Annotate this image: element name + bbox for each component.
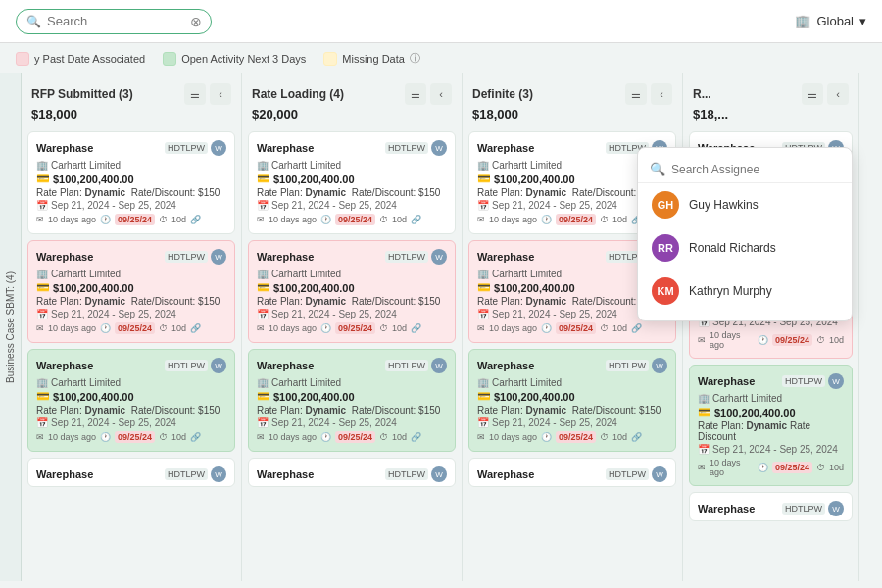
clear-search-button[interactable]: ⊗ — [190, 14, 202, 29]
card-company: Warephase — [36, 360, 93, 371]
card-rate: Rate Plan: Dynamic Rate/Discount: $150 — [36, 296, 226, 307]
card-company: Warephase — [36, 142, 93, 154]
collapse-button-rfp[interactable]: ‹ — [210, 83, 231, 105]
card-amount: 💳 $100,200,400.00 — [36, 172, 226, 185]
collapse-button-rate[interactable]: ‹ — [430, 83, 452, 105]
legend-open-activity-label: Open Activity Next 3 Days — [181, 53, 306, 65]
avatar: W — [211, 140, 226, 156]
column-header-rfp: RFP Submitted (3) ⚌ ‹ $18,000 — [22, 74, 241, 127]
search-icon: 🔍 — [26, 15, 41, 28]
card[interactable]: WarephaseHDTLPWW 🏢Carhartt Limited 💳$100… — [468, 349, 676, 452]
amount-icon: 💳 — [36, 172, 50, 185]
card-footer: ✉10 days ago🕐09/25/24⏱10d🔗 — [36, 322, 226, 334]
link-icon[interactable]: 🔗 — [190, 215, 201, 224]
card[interactable]: Warephase HDTLPWW — [27, 458, 235, 487]
card-footer: ✉10 days ago🕐09/25/24⏱10d🔗 — [36, 431, 226, 443]
assignee-dropdown[interactable]: 🔍 GH Guy Hawkins RR Ronald Richards KM K… — [637, 147, 853, 321]
header: 🔍 ⊗ 🏢 Global ▾ — [0, 0, 882, 43]
info-icon[interactable]: ⓘ — [410, 51, 420, 66]
card[interactable]: WarephaseHDTLPWW — [689, 492, 853, 521]
card-client: 🏢Carhartt Limited — [36, 377, 226, 388]
avatar-kathryn-murphy: KM — [652, 277, 679, 305]
assignee-name-ronald-richards: Ronald Richards — [689, 241, 776, 255]
card[interactable]: Warephase HDTLPW W 🏢Carhartt Limited 💳$1… — [27, 240, 235, 343]
column-amount-definite: $18,000 — [472, 107, 672, 122]
card-amount: 💳$100,200,400.00 — [36, 281, 226, 294]
legend-past-date-label: y Past Date Associated — [34, 53, 145, 65]
column-rfp-submitted: RFP Submitted (3) ⚌ ‹ $18,000 Warephase … — [22, 74, 242, 581]
link-icon[interactable]: 🔗 — [190, 432, 201, 442]
clock-icon: 🕐 — [100, 215, 111, 224]
dropdown-item-ronald-richards[interactable]: RR Ronald Richards — [638, 226, 852, 270]
card-rate: Rate Plan: Dynamic Rate/Discount: $150 — [36, 187, 226, 198]
column-header-rate: Rate Loading (4) ⚌ ‹ $20,000 — [242, 74, 462, 127]
card-tag: HDTLPW — [165, 360, 208, 371]
filter-button-rate[interactable]: ⚌ — [405, 83, 426, 105]
avatar-ronald-richards: RR — [652, 234, 679, 262]
card[interactable]: WarephaseHDTLPWW — [468, 458, 676, 487]
column-amount-r: $18,... — [693, 107, 849, 122]
card-dates: 📅Sep 21, 2024 - Sep 25, 2024 — [36, 417, 226, 428]
global-label: Global — [816, 14, 854, 28]
card-amount: 💳$100,200,400.00 — [36, 390, 226, 403]
column-title-rate: Rate Loading (4) — [252, 87, 344, 101]
collapse-button-definite[interactable]: ‹ — [651, 83, 672, 105]
column-header-definite: Definite (3) ⚌ ‹ $18,000 — [463, 74, 682, 127]
card-tag: HDTLPW — [165, 142, 208, 154]
card-client: 🏢 Carhartt Limited — [36, 160, 226, 171]
column-title-r: R... — [693, 87, 711, 101]
card[interactable]: Warephase HDTLPW W 🏢 Carhartt Limited 💳 … — [27, 131, 235, 234]
assignee-search-input[interactable] — [671, 163, 840, 176]
avatar: W — [211, 358, 226, 373]
cards-rfp: Warephase HDTLPW W 🏢 Carhartt Limited 💳 … — [22, 127, 241, 581]
avatar: W — [211, 249, 226, 265]
assignee-name-kathryn-murphy: Kathryn Murphy — [689, 284, 772, 298]
sidebar-label: Business Case SBMT: (4) — [5, 271, 16, 383]
legend-dot-yellow — [323, 52, 337, 66]
due-date-badge: 09/25/24 — [115, 214, 155, 225]
dropdown-item-guy-hawkins[interactable]: GH Guy Hawkins — [638, 183, 852, 226]
global-button[interactable]: 🏢 Global ▾ — [795, 14, 866, 28]
column-header-r: R... ⚌ ‹ $18,... — [683, 74, 858, 127]
assignee-name-guy-hawkins: Guy Hawkins — [689, 198, 759, 212]
card[interactable]: WarephaseHDTLPWW 🏢Carhartt Limited 💳$100… — [689, 365, 853, 486]
card[interactable]: WarephaseHDTLPWW 🏢Carhartt Limited 💳$100… — [248, 240, 456, 343]
legend-missing-data: Missing Data ⓘ — [323, 51, 420, 66]
filter-button-rfp[interactable]: ⚌ — [184, 83, 206, 105]
card[interactable]: WarephaseHDTLPWW 🏢Carhartt Limited 💳$100… — [248, 131, 456, 234]
timer-icon: ⏱ — [159, 215, 168, 224]
card-client: 🏢Carhartt Limited — [36, 269, 226, 279]
card[interactable]: WarephaseHDTLPWW — [248, 458, 456, 487]
link-icon[interactable]: 🔗 — [190, 323, 201, 333]
filter-button-definite[interactable]: ⚌ — [625, 83, 647, 105]
card-company: Warephase — [36, 468, 93, 480]
legend-dot-pink — [16, 52, 29, 66]
card-rate: Rate Plan: Dynamic Rate/Discount: $150 — [36, 405, 226, 416]
dropdown-item-kathryn-murphy[interactable]: KM Kathryn Murphy — [638, 270, 852, 313]
column-title-rfp: RFP Submitted (3) — [31, 87, 133, 101]
dropdown-search-row[interactable]: 🔍 — [638, 156, 852, 183]
collapse-button-r[interactable]: ‹ — [827, 83, 849, 105]
building-icon: 🏢 — [795, 14, 810, 28]
card-tag: HDTLPW — [165, 251, 208, 263]
search-bar[interactable]: 🔍 ⊗ — [16, 9, 212, 34]
client-icon: 🏢 — [36, 160, 48, 171]
column-rate-loading: Rate Loading (4) ⚌ ‹ $20,000 WarephaseHD… — [242, 74, 463, 581]
card-company: Warephase — [36, 251, 93, 263]
calendar-icon: 📅 — [36, 200, 48, 211]
chevron-down-icon: ▾ — [859, 14, 866, 28]
legend-dot-green — [163, 52, 176, 66]
card-dates: 📅Sep 21, 2024 - Sep 25, 2024 — [36, 309, 226, 319]
legend-open-activity: Open Activity Next 3 Days — [163, 52, 306, 66]
due-date-badge: 09/25/24 — [115, 322, 155, 334]
card[interactable]: Warephase HDTLPW W 🏢Carhartt Limited 💳$1… — [27, 349, 235, 452]
message-icon: ✉ — [36, 215, 44, 224]
card-dates: 📅 Sep 21, 2024 - Sep 25, 2024 — [36, 200, 226, 211]
search-input[interactable] — [47, 14, 184, 28]
card[interactable]: WarephaseHDTLPWW 🏢Carhartt Limited 💳$100… — [248, 349, 456, 452]
kanban-board: Business Case SBMT: (4) RFP Submitted (3… — [0, 74, 882, 581]
column-amount-rate: $20,000 — [252, 107, 452, 122]
filter-button-r[interactable]: ⚌ — [802, 83, 823, 105]
column-amount-rfp: $18,000 — [31, 107, 231, 122]
avatar-guy-hawkins: GH — [652, 191, 679, 219]
